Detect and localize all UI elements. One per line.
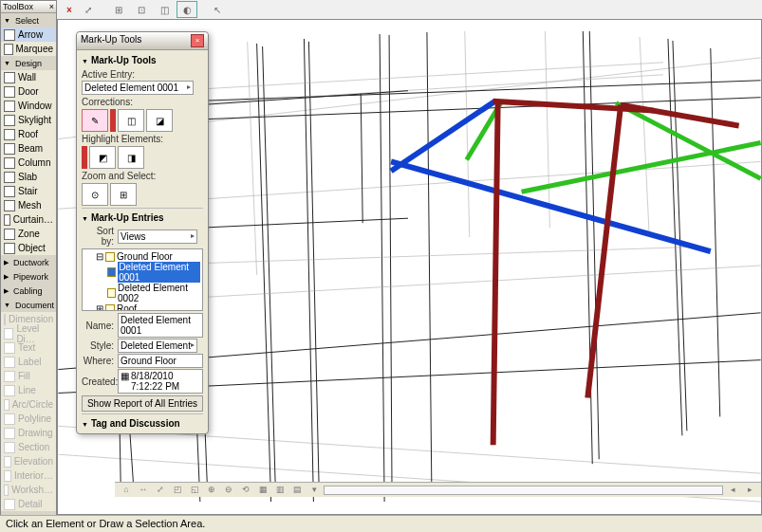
ductwork-group[interactable]: Ductwork bbox=[1, 255, 56, 269]
view-tool-2[interactable]: ⊞ bbox=[108, 1, 129, 18]
tree-deleted-2[interactable]: Deleted Element 0002 bbox=[84, 283, 200, 303]
window-tool[interactable]: Window bbox=[1, 99, 56, 113]
top-toolbar: × ⤢ ⊞ ⊡ ◫ ◐ ↖ bbox=[59, 0, 232, 19]
nav-tool-7[interactable]: ⊖ bbox=[221, 484, 236, 497]
arrow-tool[interactable]: Arrow bbox=[1, 28, 56, 42]
style-combo[interactable]: Deleted Element bbox=[118, 339, 197, 353]
polyline-tool[interactable]: Polyline bbox=[1, 412, 56, 426]
close-icon[interactable]: × bbox=[191, 34, 204, 47]
horizontal-scrollbar[interactable] bbox=[324, 486, 723, 495]
name-field[interactable]: Deleted Element 0001 bbox=[118, 313, 203, 338]
name-label: Name: bbox=[82, 321, 118, 331]
svg-line-25 bbox=[172, 75, 663, 105]
view-tool-3[interactable]: ⊡ bbox=[131, 1, 152, 18]
correction-color-swatch[interactable] bbox=[110, 109, 116, 132]
cabling-group[interactable]: Cabling bbox=[1, 284, 56, 298]
leveldim-tool[interactable]: Level Di… bbox=[1, 326, 56, 340]
marquee-tool[interactable]: Marquee bbox=[1, 42, 56, 56]
nav-tool-9[interactable]: ▦ bbox=[255, 484, 270, 497]
nav-tool-6[interactable]: ⊕ bbox=[204, 484, 219, 497]
highlight-btn-2[interactable]: ◨ bbox=[118, 146, 144, 169]
scroll-left-icon[interactable]: ◂ bbox=[725, 484, 740, 497]
beam-tool[interactable]: Beam bbox=[1, 141, 56, 156]
curtain-tool[interactable]: Curtain… bbox=[1, 212, 56, 227]
skylight-tool[interactable]: Skylight bbox=[1, 113, 56, 127]
view-tool-5[interactable]: ◐ bbox=[177, 1, 197, 18]
toolbox-header[interactable]: ToolBox × bbox=[1, 1, 56, 13]
nav-tool-5[interactable]: ◱ bbox=[187, 484, 202, 497]
folder-icon bbox=[105, 252, 115, 262]
created-value: 8/18/2010 7:12:22 PM bbox=[131, 371, 200, 392]
active-entry-combo[interactable]: Deleted Element 0001 bbox=[82, 81, 194, 95]
document-group[interactable]: Document bbox=[1, 298, 56, 312]
markup-titlebar[interactable]: Mark-Up Tools × bbox=[77, 32, 208, 50]
view-tool-4[interactable]: ◫ bbox=[154, 1, 175, 18]
show-report-button[interactable]: Show Report of All Entries bbox=[82, 395, 203, 412]
line-tool[interactable]: Line bbox=[1, 383, 56, 397]
worksh-icon bbox=[4, 485, 9, 496]
design-group[interactable]: Design bbox=[1, 56, 56, 70]
corrections-label: Corrections: bbox=[82, 97, 203, 107]
nav-tool-4[interactable]: ◰ bbox=[170, 484, 185, 497]
markup-tools-section[interactable]: Mark-Up Tools bbox=[82, 53, 203, 67]
scroll-right-icon[interactable]: ▸ bbox=[742, 484, 757, 497]
mesh-tool[interactable]: Mesh bbox=[1, 198, 56, 212]
wall-tool[interactable]: Wall bbox=[1, 70, 56, 84]
svg-line-12 bbox=[711, 48, 720, 417]
select-button[interactable]: ⊞ bbox=[110, 183, 137, 206]
nav-tool-3[interactable]: ⤢ bbox=[153, 484, 168, 497]
nav-tool-10[interactable]: ▥ bbox=[272, 484, 288, 497]
nav-tool-2[interactable]: ↔ bbox=[136, 484, 151, 497]
interior-icon bbox=[4, 470, 11, 482]
nav-tool-8[interactable]: ⟲ bbox=[238, 484, 253, 497]
tag-discussion-section[interactable]: Tag and Discussion bbox=[82, 416, 203, 431]
zoom-button[interactable]: ⊙ bbox=[82, 183, 108, 206]
markup-entries-section[interactable]: Mark-Up Entries bbox=[82, 211, 203, 225]
interior-tool[interactable]: Interior… bbox=[1, 468, 56, 483]
zone-icon bbox=[4, 229, 15, 240]
label-tool[interactable]: Label bbox=[1, 355, 56, 369]
toolbox-title: ToolBox bbox=[3, 2, 33, 11]
correction-pencil-button[interactable]: ✎ bbox=[82, 109, 108, 132]
pointer-tool[interactable]: ↖ bbox=[207, 1, 228, 18]
section-tool[interactable]: Section bbox=[1, 440, 56, 454]
calendar-icon[interactable]: ▦ bbox=[121, 371, 129, 392]
style-label: Style: bbox=[82, 340, 118, 351]
svg-line-20 bbox=[308, 42, 319, 497]
zone-tool[interactable]: Zone bbox=[1, 227, 56, 241]
stair-icon bbox=[4, 186, 15, 197]
slab-tool[interactable]: Slab bbox=[1, 170, 56, 184]
nav-tool-11[interactable]: ▤ bbox=[289, 484, 305, 497]
column-tool[interactable]: Column bbox=[1, 156, 56, 170]
select-group[interactable]: Select bbox=[1, 13, 56, 28]
view-tool-1[interactable]: ⤢ bbox=[78, 1, 99, 18]
created-label: Created: bbox=[82, 376, 118, 387]
entries-tree[interactable]: ⊟Ground Floor Deleted Element 0001 Delet… bbox=[82, 248, 203, 311]
elevation-tool[interactable]: Elevation bbox=[1, 454, 56, 468]
sortby-combo[interactable]: Views bbox=[118, 229, 197, 244]
stair-tool[interactable]: Stair bbox=[1, 184, 56, 198]
markup-title: Mark-Up Tools bbox=[81, 34, 141, 47]
tree-deleted-1[interactable]: Deleted Element 0001 bbox=[84, 262, 200, 283]
drawing-tool[interactable]: Drawing bbox=[1, 426, 56, 440]
close-icon[interactable]: × bbox=[49, 2, 54, 11]
label-icon bbox=[4, 357, 15, 368]
nav-tool-12[interactable]: ▾ bbox=[307, 484, 322, 497]
correction-btn-2[interactable]: ◫ bbox=[118, 109, 144, 132]
tree-roof[interactable]: ⊞Roof bbox=[84, 303, 200, 311]
door-tool[interactable]: Door bbox=[1, 84, 56, 99]
object-tool[interactable]: Object bbox=[1, 241, 56, 255]
correction-btn-3[interactable]: ◪ bbox=[146, 109, 173, 132]
svg-line-38 bbox=[391, 161, 711, 251]
worksh-tool[interactable]: Worksh… bbox=[1, 483, 56, 497]
fill-tool[interactable]: Fill bbox=[1, 369, 56, 383]
highlight-btn-1[interactable]: ◩ bbox=[89, 146, 116, 169]
tree-ground-floor[interactable]: ⊟Ground Floor bbox=[84, 251, 200, 262]
pipework-group[interactable]: Pipework bbox=[1, 269, 56, 284]
detail-tool[interactable]: Detail bbox=[1, 497, 56, 511]
nav-tool-1[interactable]: ⌂ bbox=[119, 484, 134, 497]
arc-tool[interactable]: Arc/Circle bbox=[1, 397, 56, 412]
roof-tool[interactable]: Roof bbox=[1, 127, 56, 141]
close-panel-icon[interactable]: × bbox=[63, 1, 76, 18]
highlight-color-swatch[interactable] bbox=[82, 146, 87, 169]
